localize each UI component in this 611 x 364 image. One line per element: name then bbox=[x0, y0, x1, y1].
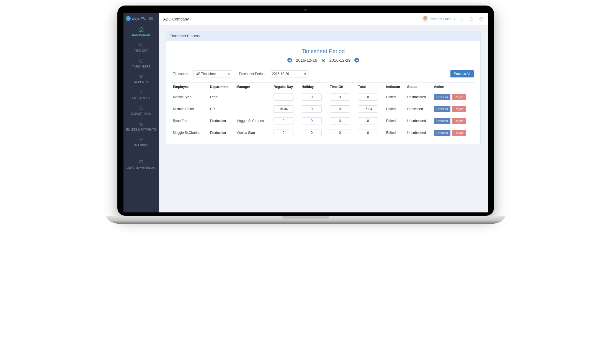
topbar: ABC Company Michael Smith ▾ bbox=[159, 13, 488, 25]
regular-input[interactable] bbox=[274, 93, 293, 101]
sidebar-item-dashboard[interactable]: DASHBOARD bbox=[123, 24, 159, 40]
home-icon bbox=[138, 27, 144, 32]
timeoff-input[interactable] bbox=[330, 129, 350, 136]
brand[interactable]: Days Plan bbox=[123, 13, 159, 24]
col-status: Status bbox=[406, 83, 432, 91]
laptop-base bbox=[106, 216, 505, 224]
timeoff-input[interactable] bbox=[330, 93, 350, 101]
col-total: Total bbox=[356, 83, 385, 91]
cell-manager: Maggie St.Charles bbox=[235, 115, 272, 127]
help-icon[interactable] bbox=[478, 17, 483, 22]
col-indicator: Indicator bbox=[385, 83, 406, 91]
cell-indicator: Edited bbox=[385, 115, 406, 127]
brand-logo-icon bbox=[126, 16, 131, 21]
col-employee: Employee bbox=[171, 83, 208, 91]
laptop-frame: Days Plan DASHBOARD TIME OFF TIMESHEETS bbox=[117, 6, 494, 224]
process-button[interactable]: Process bbox=[434, 130, 450, 136]
col-department: Department bbox=[208, 83, 235, 91]
svg-point-5 bbox=[142, 125, 143, 126]
svg-point-3 bbox=[139, 109, 140, 110]
reject-button[interactable]: Reject bbox=[452, 118, 466, 124]
reject-button[interactable]: Reject bbox=[452, 106, 466, 112]
sidebar-item-employees[interactable]: EMPLOYEES bbox=[123, 87, 159, 103]
panel-title: Timesheet Process bbox=[166, 31, 480, 41]
cell-status: Processed bbox=[406, 103, 432, 115]
total-input[interactable] bbox=[358, 93, 378, 101]
sidebar-item-exportdata[interactable]: EXPORT DATA bbox=[123, 103, 159, 119]
sidebar-item-chat[interactable]: Live Chat with Support bbox=[123, 157, 159, 173]
holiday-input[interactable] bbox=[302, 93, 322, 101]
chevron-down-icon: ▾ bbox=[454, 18, 455, 20]
laptop-screen: Days Plan DASHBOARD TIME OFF TIMESHEETS bbox=[117, 6, 494, 216]
col-holiday: Holiday bbox=[300, 83, 328, 91]
process-button[interactable]: Process bbox=[434, 118, 450, 124]
cell-status: Unsubmitted bbox=[406, 91, 432, 103]
process-all-button[interactable]: Process All bbox=[450, 70, 473, 77]
user-name: Michael Smith bbox=[430, 17, 451, 21]
sidebar-nav: DASHBOARD TIME OFF TIMESHEETS REPORTS bbox=[123, 24, 159, 173]
timesheet-select[interactable]: US Timesheets ⇅ bbox=[193, 70, 232, 77]
timeoff-input[interactable] bbox=[330, 105, 350, 113]
holiday-input[interactable] bbox=[302, 105, 322, 113]
svg-point-2 bbox=[140, 91, 142, 92]
table-row: Ryan Ford Production Maggie St.Charles E… bbox=[171, 115, 475, 127]
chevron-updown-icon: ⇅ bbox=[304, 72, 306, 76]
layers-icon bbox=[139, 74, 144, 79]
main-area: ABC Company Michael Smith ▾ bbox=[159, 13, 488, 212]
sidebar-item-timesheets[interactable]: TIMESHEETS bbox=[123, 56, 159, 71]
period-range: ◀ 2016-12-16 To 2016-12-29 ▶ bbox=[171, 58, 475, 63]
chevron-updown-icon: ⇅ bbox=[228, 72, 230, 76]
brand-name: Days Plan bbox=[132, 17, 148, 20]
total-input[interactable] bbox=[358, 105, 378, 113]
cell-department: Production bbox=[208, 127, 235, 139]
timesheet-table: Employee Department Manager Regular Day … bbox=[171, 82, 475, 139]
user-menu[interactable]: Michael Smith ▾ bbox=[422, 16, 455, 22]
cell-manager bbox=[235, 91, 272, 103]
sidebar-item-reports[interactable]: REPORTS bbox=[123, 71, 159, 87]
process-button[interactable]: Process bbox=[434, 106, 450, 112]
period-prev-button[interactable]: ◀ bbox=[287, 58, 292, 63]
cell-manager: Monica Stan bbox=[235, 127, 272, 139]
cell-indicator: Edited bbox=[385, 91, 406, 103]
regular-input[interactable] bbox=[274, 129, 293, 136]
sidebar-item-billing[interactable]: BILLING & PAYMENTS bbox=[123, 119, 159, 134]
period-label: Timesheet Period bbox=[239, 72, 265, 76]
total-input[interactable] bbox=[358, 117, 378, 124]
svg-point-6 bbox=[140, 139, 142, 141]
cell-employee: Monica Stan bbox=[171, 91, 208, 103]
sidebar-item-settings[interactable]: SETTINGS bbox=[123, 134, 159, 150]
cell-department: Production bbox=[208, 115, 235, 127]
cell-indicator: Edited bbox=[385, 127, 406, 139]
home-icon[interactable] bbox=[469, 17, 474, 22]
cell-department: HR bbox=[208, 103, 235, 115]
holiday-input[interactable] bbox=[302, 117, 322, 124]
cell-status: Unsubmitted bbox=[406, 115, 432, 127]
reject-button[interactable]: Reject bbox=[452, 130, 466, 136]
cart-icon bbox=[139, 121, 144, 126]
clock-icon bbox=[139, 43, 144, 48]
menu-toggle-icon[interactable] bbox=[149, 17, 153, 20]
holiday-input[interactable] bbox=[302, 129, 322, 136]
timesheet-label: Timesheet bbox=[173, 72, 189, 76]
gear-icon bbox=[139, 137, 144, 142]
total-input[interactable] bbox=[358, 129, 378, 136]
bell-icon[interactable] bbox=[460, 17, 465, 22]
table-row: Monica Stan Legal Edited Unsubmitted Pro… bbox=[171, 91, 475, 103]
cell-employee: Ryan Ford bbox=[171, 115, 208, 127]
laptop-notch bbox=[282, 216, 329, 219]
cell-status: Unsubmitted bbox=[406, 127, 432, 139]
filter-row: Timesheet US Timesheets ⇅ Timesheet Peri… bbox=[171, 70, 475, 82]
cell-department: Legal bbox=[208, 91, 235, 103]
camera-icon bbox=[304, 9, 307, 11]
timeoff-input[interactable] bbox=[330, 117, 350, 124]
process-button[interactable]: Process bbox=[434, 94, 450, 100]
period-title: Timesheet Period bbox=[171, 48, 475, 54]
period-next-button[interactable]: ▶ bbox=[354, 58, 359, 63]
sidebar-item-timeoff[interactable]: TIME OFF bbox=[123, 40, 159, 56]
svg-point-4 bbox=[140, 125, 141, 126]
regular-input[interactable] bbox=[274, 117, 293, 124]
timesheet-panel: Timesheet Process Timesheet Period ◀ 201… bbox=[166, 31, 481, 144]
regular-input[interactable] bbox=[274, 105, 293, 113]
reject-button[interactable]: Reject bbox=[452, 94, 466, 100]
period-select[interactable]: 2016-12-29 ⇅ bbox=[270, 70, 308, 77]
